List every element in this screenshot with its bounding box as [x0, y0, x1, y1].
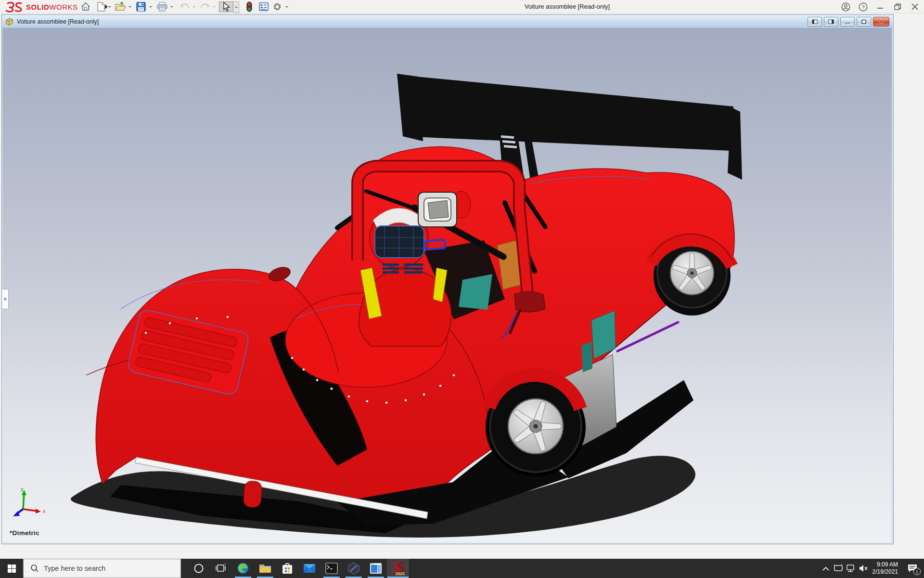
print-dropdown[interactable]: [169, 1, 175, 12]
redo-button[interactable]: [199, 1, 211, 12]
rear-right-wheel: [486, 375, 586, 476]
settings-button[interactable]: [271, 1, 283, 12]
app-window-title: Voiture assomblee [Read-only]: [525, 0, 610, 13]
doc-minimize-button[interactable]: [840, 17, 855, 26]
taskbar-search[interactable]: [23, 559, 181, 578]
action-center-button[interactable]: 1: [903, 559, 922, 578]
graphics-viewport[interactable]: y x *Dimetric: [2, 28, 892, 543]
settings-dropdown[interactable]: [284, 1, 290, 12]
taskbar-clock[interactable]: 9:09 AM 2/19/2021: [873, 561, 898, 576]
app-titlebar: SOLIDWORKS Voiture assomblee [Read-only]…: [0, 0, 924, 13]
featuremanager-collapsed-tab[interactable]: [2, 289, 9, 309]
solidworks-logo: SOLIDWORKS: [5, 1, 110, 12]
wireless-display-icon[interactable]: [832, 559, 845, 578]
account-button[interactable]: [838, 0, 853, 13]
assembly-icon: [5, 17, 14, 26]
undo-button[interactable]: [179, 1, 191, 12]
svg-text:y: y: [21, 486, 24, 492]
taskbar-mail[interactable]: [298, 559, 321, 578]
system-tray: 9:09 AM 2/19/2021 1: [820, 559, 924, 578]
new-document-button[interactable]: [95, 1, 107, 12]
doc-close-button[interactable]: [873, 17, 889, 26]
tow-peg: [243, 481, 262, 508]
right-mirror: [514, 291, 545, 312]
windows-taskbar: 2021 9:09 AM 2/19/2021 1: [0, 559, 924, 578]
start-button[interactable]: [0, 559, 23, 578]
minimize-button[interactable]: [873, 0, 887, 13]
document-titlebar[interactable]: Voiture assomblee [Read-only]: [2, 15, 893, 28]
help-button[interactable]: ?: [856, 0, 870, 13]
svg-text:?: ?: [861, 4, 864, 10]
taskbar-solidworks[interactable]: 2021: [387, 559, 409, 578]
select-tool-button[interactable]: [219, 1, 233, 12]
door-teal-insert: [581, 342, 592, 372]
orientation-triad: y x: [11, 486, 54, 520]
svg-text:2021: 2021: [395, 571, 405, 576]
open-button[interactable]: [115, 1, 126, 12]
viewport-3d-scene: [2, 28, 892, 543]
svg-text:x: x: [43, 508, 46, 514]
taskbar-microsoft-store[interactable]: [276, 559, 298, 578]
orientation-label: *Dimetric: [10, 529, 39, 537]
taskbar-hexagon-app[interactable]: [343, 559, 365, 578]
select-tool-dropdown[interactable]: [233, 1, 239, 13]
new-document-dropdown[interactable]: [107, 1, 113, 12]
rebuild-button[interactable]: [244, 1, 255, 12]
taskbar-file-explorer[interactable]: [254, 559, 276, 578]
save-dropdown[interactable]: [148, 1, 154, 12]
home-button[interactable]: [80, 1, 91, 12]
clock-date: 2/19/2021: [873, 568, 898, 576]
search-input[interactable]: [44, 565, 164, 572]
dassault-logo-icon: [5, 1, 24, 13]
taskbar-task-view[interactable]: [210, 559, 232, 578]
search-icon: [30, 564, 39, 573]
clock-time: 9:09 AM: [873, 561, 898, 568]
helmet-visor: [375, 226, 424, 258]
network-icon[interactable]: [845, 559, 857, 578]
restore-button[interactable]: [890, 0, 905, 13]
options-list-button[interactable]: [258, 1, 270, 12]
document-title: Voiture assomblee [Read-only]: [17, 18, 99, 25]
open-dropdown[interactable]: [127, 1, 133, 12]
panel-handle-dot: [4, 298, 7, 301]
doc-restore-button[interactable]: [857, 17, 871, 26]
print-button[interactable]: [156, 1, 168, 12]
brand-text: SOLIDWORKS: [26, 3, 78, 11]
close-button[interactable]: [908, 0, 922, 13]
undo-dropdown[interactable]: [191, 1, 197, 12]
save-button[interactable]: [135, 1, 147, 12]
tray-expand-chevron[interactable]: [820, 559, 832, 578]
taskbar-cortana[interactable]: [188, 559, 210, 578]
taskbar-command-prompt[interactable]: [321, 559, 343, 578]
doc-split-right-button[interactable]: [824, 17, 838, 26]
doc-split-left-button[interactable]: [808, 17, 822, 26]
document-window: Voiture assomblee [Read-only]: [1, 14, 894, 544]
notification-badge: 1: [913, 568, 921, 575]
taskbar-blue-window-app[interactable]: [365, 559, 387, 578]
taskbar-edge[interactable]: [232, 559, 254, 578]
volume-muted-icon[interactable]: [857, 559, 870, 578]
redo-dropdown[interactable]: [211, 1, 217, 12]
